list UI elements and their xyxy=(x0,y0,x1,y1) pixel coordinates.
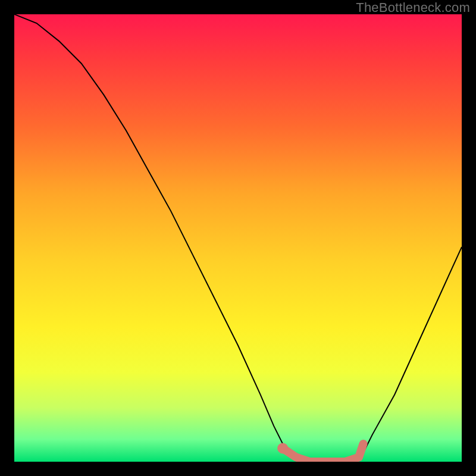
bottleneck-curve xyxy=(14,14,462,462)
chart-svg xyxy=(14,14,462,462)
valley-highlight-dot xyxy=(277,443,288,453)
chart-plot-area xyxy=(14,14,462,462)
attribution-watermark: TheBottleneck.com xyxy=(356,0,470,15)
valley-highlight xyxy=(283,444,363,462)
chart-stage: TheBottleneck.com xyxy=(0,0,476,476)
